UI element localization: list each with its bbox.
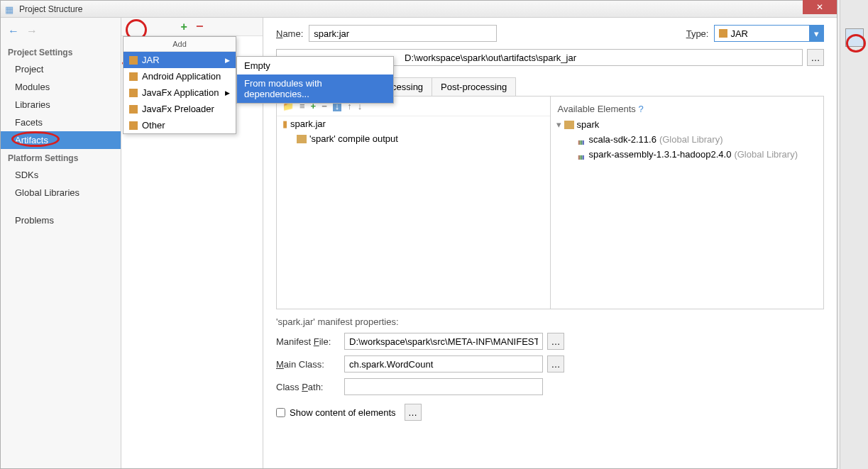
grid-tool-icon[interactable] bbox=[845, 28, 864, 47]
add-artifact-menu: Add JAR ▶ Android Application JavaFx App… bbox=[123, 36, 236, 134]
submenu-item-empty[interactable]: Empty bbox=[237, 57, 393, 75]
classpath-input[interactable] bbox=[344, 378, 543, 395]
sidebar-item-libraries[interactable]: Libraries bbox=[1, 96, 121, 114]
type-combo[interactable]: JAR ▾ bbox=[714, 25, 824, 42]
browse-main-class-button[interactable]: … bbox=[547, 355, 564, 373]
submenu-arrow-icon: ▶ bbox=[225, 89, 230, 96]
manifest-file-input[interactable] bbox=[344, 333, 543, 350]
lib-item[interactable]: scala-sdk-2.11.6 bbox=[589, 134, 657, 145]
add-menu-header: Add bbox=[123, 37, 236, 52]
module-icon bbox=[129, 89, 138, 97]
show-content-settings-button[interactable]: … bbox=[405, 404, 422, 421]
browse-output-button[interactable]: … bbox=[807, 49, 824, 66]
sidebar-item-project[interactable]: Project bbox=[1, 60, 121, 78]
app-icon: ▦ bbox=[5, 4, 15, 14]
name-input[interactable] bbox=[309, 25, 497, 42]
expand-arrow-icon[interactable]: ▾ bbox=[556, 119, 561, 130]
manifest-header: 'spark.jar' manifest properties: bbox=[276, 316, 824, 327]
jar-icon: ▮ bbox=[282, 118, 287, 129]
close-button[interactable]: ✕ bbox=[803, 0, 837, 14]
add-artifact-button[interactable]: + bbox=[181, 21, 187, 33]
browse-manifest-button[interactable]: … bbox=[547, 333, 564, 350]
name-label: Name: bbox=[276, 28, 303, 39]
type-label: Type: bbox=[686, 28, 709, 39]
forward-arrow-icon[interactable]: → bbox=[26, 25, 38, 38]
add-menu-item-other[interactable]: Other bbox=[123, 117, 236, 133]
add-menu-item-jar[interactable]: JAR ▶ bbox=[123, 52, 236, 68]
section-platform-settings: Platform Settings bbox=[1, 149, 121, 166]
module-icon bbox=[564, 121, 574, 129]
lib-item[interactable]: spark-assembly-1.3.1-hadoop2.4.0 bbox=[589, 149, 732, 160]
available-elements: Available Elements ? ▾ spark scala-sdk-2… bbox=[551, 96, 824, 309]
tab-post-processing[interactable]: Post-processing bbox=[432, 77, 516, 96]
submenu-arrow-icon: ▶ bbox=[225, 57, 230, 64]
type-value: JAR bbox=[730, 28, 748, 39]
layout-root[interactable]: spark.jar bbox=[290, 118, 326, 129]
add-menu-item-android[interactable]: Android Application bbox=[123, 68, 236, 84]
jar-menu-icon bbox=[129, 56, 138, 65]
show-content-checkbox[interactable] bbox=[276, 408, 285, 417]
remove-artifact-button[interactable]: − bbox=[196, 19, 204, 34]
main-class-input[interactable] bbox=[344, 355, 543, 373]
section-project-settings: Project Settings bbox=[1, 43, 121, 60]
module-icon bbox=[129, 105, 138, 114]
submenu-item-from-modules[interactable]: From modules with dependencies... bbox=[237, 75, 393, 103]
module-icon bbox=[129, 121, 138, 130]
jar-type-icon bbox=[719, 29, 727, 38]
window-title: Project Structure bbox=[19, 4, 833, 14]
right-tool-strip bbox=[840, 0, 868, 469]
sidebar-item-problems[interactable]: Problems bbox=[1, 211, 121, 229]
module-icon bbox=[129, 72, 138, 81]
module-output-icon bbox=[297, 135, 307, 143]
manifest-file-label: Manifest File: bbox=[276, 336, 340, 347]
back-arrow-icon[interactable]: ← bbox=[8, 25, 19, 38]
main-class-label: Main Class: bbox=[276, 359, 340, 370]
type-dropdown-arrow-icon[interactable]: ▾ bbox=[809, 26, 823, 41]
lib-scope: (Global Library) bbox=[734, 149, 798, 160]
show-content-label: Show content of elements bbox=[290, 407, 396, 418]
sidebar-item-facets[interactable]: Facets bbox=[1, 114, 121, 131]
titlebar: ▦ Project Structure ✕ bbox=[1, 1, 837, 18]
layout-child[interactable]: 'spark' compile output bbox=[309, 133, 398, 144]
add-menu-item-javafx-preloader[interactable]: JavaFx Preloader bbox=[123, 101, 236, 117]
sidebar: ← → Project Settings Project Modules Lib… bbox=[1, 18, 121, 468]
available-root[interactable]: spark bbox=[577, 119, 600, 130]
available-header: Available Elements bbox=[558, 104, 636, 114]
sidebar-item-modules[interactable]: Modules bbox=[1, 78, 121, 96]
classpath-label: Class Path: bbox=[276, 382, 340, 392]
jar-submenu: Empty From modules with dependencies... bbox=[236, 56, 394, 104]
add-menu-item-javafx-app[interactable]: JavaFx Application ▶ bbox=[123, 84, 236, 101]
help-icon[interactable]: ? bbox=[638, 104, 643, 114]
sidebar-item-artifacts[interactable]: Artifacts bbox=[1, 131, 121, 149]
output-layout-tree: 📁 ≡ + − ↓ ↑ ↓ ▮ spark.jar 'spark' bbox=[277, 96, 551, 309]
library-icon bbox=[578, 136, 586, 144]
library-icon bbox=[578, 150, 586, 159]
project-structure-window: ▦ Project Structure ✕ ← → Project Settin… bbox=[0, 0, 837, 469]
sidebar-item-sdks[interactable]: SDKs bbox=[1, 166, 121, 184]
sidebar-item-global-libraries[interactable]: Global Libraries bbox=[1, 184, 121, 202]
lib-scope: (Global Library) bbox=[659, 134, 723, 145]
